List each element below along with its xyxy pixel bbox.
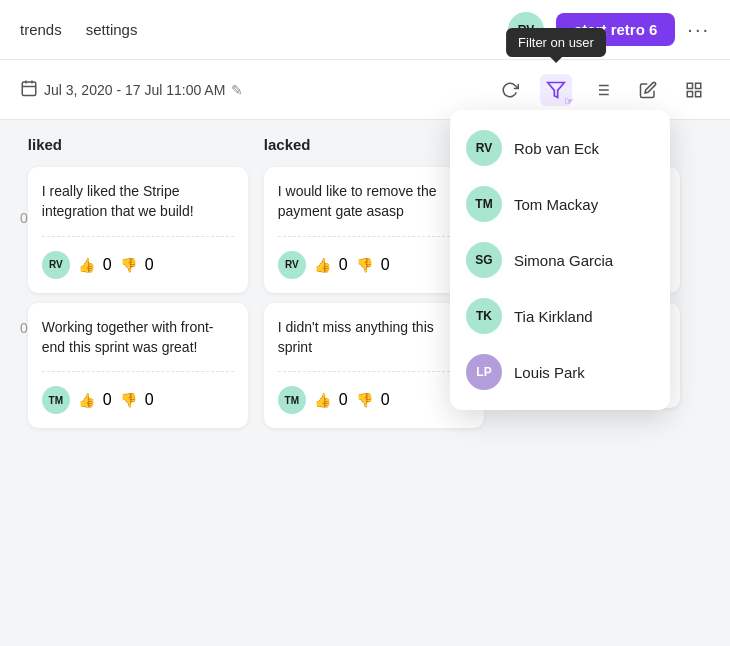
divider: [278, 371, 470, 372]
dislike-count: 0: [381, 256, 390, 274]
dropdown-item-lp[interactable]: LP Louis Park: [450, 344, 670, 400]
dislike-icon[interactable]: 👎: [356, 257, 373, 273]
card-text: I didn't miss anything this sprint: [278, 317, 470, 358]
dropdown-item-tm[interactable]: TM Tom Mackay: [450, 176, 670, 232]
left-numbers: 0 0: [20, 136, 28, 646]
user-name-tm: Tom Mackay: [514, 196, 598, 213]
toolbar-icons: Filter on user ☞: [494, 74, 710, 106]
dislike-count: 0: [381, 391, 390, 409]
dislike-count: 0: [145, 256, 154, 274]
divider: [42, 371, 234, 372]
list-view-button[interactable]: [586, 74, 618, 106]
like-icon[interactable]: 👍: [78, 257, 95, 273]
left-number-1: 0: [20, 168, 28, 268]
date-text: Jul 3, 2020 - 17 Jul 11:00 AM: [44, 82, 225, 98]
avatar-sg: SG: [466, 242, 502, 278]
like-count: 0: [103, 391, 112, 409]
like-icon[interactable]: 👍: [314, 257, 331, 273]
dropdown-item-rv[interactable]: RV Rob van Eck: [450, 120, 670, 176]
card-footer: TM 👍 0 👎 0: [278, 386, 470, 414]
card-avatar: TM: [42, 386, 70, 414]
card-avatar: TM: [278, 386, 306, 414]
avatar-tk: TK: [466, 298, 502, 334]
card-liked-1: I really liked the Stripe integration th…: [28, 167, 248, 293]
like-count: 0: [339, 391, 348, 409]
divider: [42, 236, 234, 237]
user-name-tk: Tia Kirkland: [514, 308, 593, 325]
card-text: I would like to remove the payment gate …: [278, 181, 470, 222]
dropdown-item-sg[interactable]: SG Simona Garcia: [450, 232, 670, 288]
divider: [278, 236, 470, 237]
like-icon[interactable]: 👍: [314, 392, 331, 408]
user-filter-dropdown: RV Rob van Eck TM Tom Mackay SG Simona G…: [450, 110, 670, 410]
svg-rect-12: [696, 83, 701, 88]
date-range: Jul 3, 2020 - 17 Jul 11:00 AM ✎: [20, 79, 482, 100]
dislike-icon[interactable]: 👎: [356, 392, 373, 408]
like-count: 0: [103, 256, 112, 274]
avatar-rv: RV: [466, 130, 502, 166]
nav-trends[interactable]: trends: [20, 21, 62, 38]
like-count: 0: [339, 256, 348, 274]
edit-button[interactable]: [632, 74, 664, 106]
card-footer: RV 👍 0 👎 0: [42, 251, 234, 279]
nav-settings[interactable]: settings: [86, 21, 138, 38]
user-name-rv: Rob van Eck: [514, 140, 599, 157]
column-header-liked: liked: [28, 136, 248, 153]
card-text: Working together with front-end this spr…: [42, 317, 234, 358]
like-icon[interactable]: 👍: [78, 392, 95, 408]
card-footer: TM 👍 0 👎 0: [42, 386, 234, 414]
header: trends settings RV start retro 6 ···: [0, 0, 730, 60]
card-liked-2: Working together with front-end this spr…: [28, 303, 248, 429]
svg-rect-14: [696, 91, 701, 96]
nav-links: trends settings: [20, 21, 508, 38]
svg-rect-0: [22, 82, 36, 96]
avatar-tm: TM: [466, 186, 502, 222]
filter-user-button[interactable]: Filter on user ☞: [540, 74, 572, 106]
card-avatar: RV: [278, 251, 306, 279]
svg-rect-13: [687, 91, 692, 96]
user-name-lp: Louis Park: [514, 364, 585, 381]
dislike-icon[interactable]: 👎: [120, 257, 137, 273]
calendar-icon: [20, 79, 38, 100]
refresh-button[interactable]: [494, 74, 526, 106]
left-number-2: 0: [20, 278, 28, 378]
dropdown-item-tk[interactable]: TK Tia Kirkland: [450, 288, 670, 344]
filter-tooltip: Filter on user: [506, 28, 606, 57]
svg-marker-4: [548, 82, 565, 97]
svg-rect-11: [687, 83, 692, 88]
column-liked: liked I really liked the Stripe integrat…: [28, 136, 248, 646]
more-options-button[interactable]: ···: [687, 18, 710, 41]
card-avatar: RV: [42, 251, 70, 279]
card-footer: RV 👍 0 👎 0: [278, 251, 470, 279]
edit-date-icon[interactable]: ✎: [231, 82, 243, 98]
dislike-count: 0: [145, 391, 154, 409]
dislike-icon[interactable]: 👎: [120, 392, 137, 408]
card-text: I really liked the Stripe integration th…: [42, 181, 234, 222]
grid-button[interactable]: [678, 74, 710, 106]
avatar-lp: LP: [466, 354, 502, 390]
user-name-sg: Simona Garcia: [514, 252, 613, 269]
